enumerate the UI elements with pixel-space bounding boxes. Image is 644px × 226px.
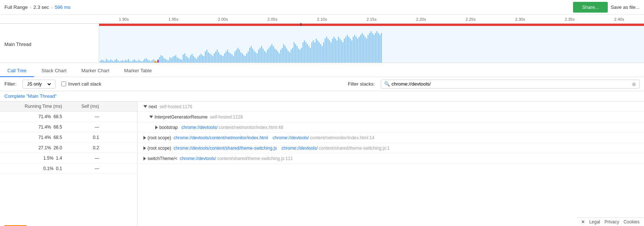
chart-bar [221, 55, 222, 63]
save-button[interactable]: Save as file... [611, 4, 640, 10]
chart-bar [299, 50, 301, 63]
fn-name: (root scope) [148, 135, 171, 140]
chart-bar [233, 56, 234, 63]
chart-bar [353, 37, 354, 63]
source-rest: content/netmonitor/index.html:14 [310, 135, 374, 140]
chart-bar [283, 44, 284, 63]
chart-bar [138, 60, 139, 63]
chart-bar [131, 62, 132, 63]
table-row[interactable]: 0.1% 0.1 — [0, 163, 137, 174]
source-link[interactable]: chrome://devtools/content/shared/theme-s… [173, 146, 277, 151]
legal-link[interactable]: Legal [589, 219, 600, 225]
chart-bar [184, 53, 185, 63]
breadcrumb-596[interactable]: 596 ms [55, 4, 71, 10]
table-row[interactable]: 1.5% 1.4 — [0, 153, 137, 163]
chart-bar [177, 57, 178, 63]
cookies-link[interactable]: Cookies [624, 219, 640, 225]
table-row[interactable]: 71.4% 68.5 — [0, 112, 137, 122]
close-button[interactable]: ✕ [581, 219, 585, 225]
chart-canvas[interactable] [99, 26, 644, 63]
chart-bar [335, 39, 336, 63]
table-row[interactable]: 71.4% 68.5 0.1 [0, 132, 137, 143]
source-link[interactable]: chrome://devtools/content/netmonitor/ind… [173, 135, 268, 140]
chart-bar [313, 40, 314, 63]
expand-triangle[interactable] [149, 116, 153, 118]
chart-bar [150, 61, 151, 63]
share-button[interactable]: Share... [573, 2, 608, 13]
chart-bar [367, 35, 369, 63]
chart-bar [172, 57, 173, 63]
chart-bar [178, 58, 179, 63]
call-tree-row[interactable]: (root scope) chrome://devtools/content/n… [138, 133, 644, 143]
chart-bar [319, 42, 320, 63]
chart-bar [292, 48, 293, 63]
chart-bar [344, 39, 345, 63]
chart-bar [265, 52, 267, 63]
source-link[interactable]: chrome://devtools/ [180, 156, 216, 161]
chart-bar [129, 61, 131, 63]
filter-stacks-field[interactable] [392, 81, 630, 87]
breadcrumb-2-3[interactable]: 2.3 sec [34, 4, 49, 10]
chart-bar [295, 44, 296, 63]
chart-bar [109, 61, 110, 63]
filter-select[interactable]: JS only All stacks [23, 80, 55, 89]
chart-bar [294, 42, 295, 63]
fn-name: bootstrap [159, 125, 178, 130]
call-tree-row[interactable]: bootstrap chrome://devtools/content/netm… [138, 122, 644, 133]
complete-thread-link[interactable]: Complete "Main Thread" [0, 91, 644, 102]
tab-marker-chart[interactable]: Marker Chart [74, 65, 117, 77]
fn-name: (root scope) [148, 146, 171, 151]
chart-bar [126, 60, 128, 63]
tab-marker-table[interactable]: Marker Table [117, 65, 159, 77]
source-rest: content/netmonitor/index.html:48 [219, 125, 283, 130]
clear-icon[interactable]: ⊗ [632, 81, 636, 87]
chart-bar [270, 46, 271, 63]
table-row[interactable]: 71.4% 68.5 — [0, 122, 137, 132]
chart-bar [251, 46, 252, 63]
chart-bar [332, 39, 333, 63]
cell-self: — [67, 114, 104, 119]
breadcrumb-full[interactable]: Full Range [4, 4, 28, 10]
invert-call-stack-checkbox[interactable] [61, 82, 66, 86]
call-tree-row[interactable]: (root scope) chrome://devtools/content/s… [138, 143, 644, 153]
privacy-link[interactable]: Privacy [604, 219, 619, 225]
tab-stack-chart[interactable]: Stack Chart [34, 65, 74, 77]
chart-bar [317, 40, 318, 63]
chart-bar [307, 44, 308, 63]
call-tree-row[interactable]: next self-hosted:1176 [138, 102, 644, 112]
chart-bar [157, 60, 159, 63]
js-only-select[interactable]: JS only All stacks [26, 81, 52, 87]
chart-bar [264, 51, 265, 63]
call-tree-panel[interactable]: next self-hosted:1176InterpretGeneratorR… [138, 102, 644, 226]
fn-name: switchTheme/< [148, 156, 177, 161]
chart-bar [365, 37, 366, 63]
chart-bar [202, 55, 203, 63]
source-text: self-hosted:1176 [159, 104, 192, 109]
expand-triangle[interactable] [155, 126, 158, 129]
source-link[interactable]: chrome://devtools/ [182, 125, 218, 130]
expand-triangle[interactable] [143, 146, 146, 150]
chart-bar [146, 58, 147, 63]
call-tree-row[interactable]: switchTheme/< chrome://devtools/content/… [138, 153, 644, 164]
invert-call-stack-label[interactable]: Invert call stack [61, 81, 102, 87]
bottom-bar: ✕ Legal Privacy Cookies [577, 217, 644, 226]
chart-bar [354, 35, 355, 63]
filter-row: Filter: JS only All stacks Invert call s… [0, 77, 644, 91]
chart-bar [370, 31, 372, 63]
chart-bar [242, 53, 243, 63]
tab-call-tree[interactable]: Call Tree [0, 65, 34, 77]
expand-triangle[interactable] [143, 105, 147, 108]
call-tree-row[interactable]: InterpretGeneratorResume self-hosted:122… [138, 112, 644, 122]
chart-bar [347, 35, 348, 63]
fn-name: next [149, 104, 157, 109]
expand-triangle[interactable] [143, 157, 146, 160]
table-row[interactable]: 27.1% 26.0 0.2 [0, 143, 137, 153]
chart-bar [342, 42, 343, 63]
chart-bar [243, 55, 244, 63]
chart-bar [174, 56, 175, 63]
chart-bar [196, 59, 197, 63]
chart-bar [234, 51, 235, 63]
source-link-2[interactable]: chrome://devtools/ [273, 135, 309, 140]
source-link-2[interactable]: chrome://devtools/ [282, 146, 318, 151]
expand-triangle[interactable] [143, 136, 146, 140]
